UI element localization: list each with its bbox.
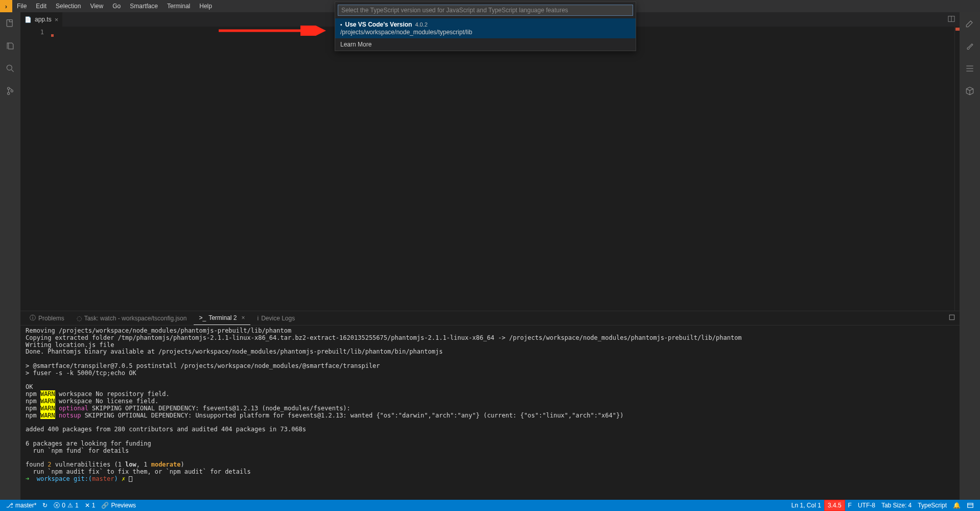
sb-branch[interactable]: ⎇ master*	[3, 500, 39, 511]
terminal-icon: >_	[199, 314, 206, 321]
sb-encoding[interactable]: UTF-8	[855, 500, 878, 511]
svg-point-4	[11, 90, 13, 92]
activity-bar-left	[0, 12, 20, 500]
sb-previews[interactable]: 🔗 Previews	[98, 500, 139, 511]
close-icon[interactable]: ×	[55, 16, 59, 24]
package-icon[interactable]	[964, 85, 976, 97]
qp-title: Use VS Code's Version	[345, 21, 412, 28]
overview-ruler[interactable]	[954, 27, 960, 311]
tab-actions	[947, 12, 960, 27]
ruler-error-mark	[955, 28, 960, 31]
qp-description: /projects/workspace/node_modules/typescr…	[340, 29, 631, 36]
tab-label: app.ts	[35, 16, 52, 23]
panel-tab-device-logs[interactable]: i Device Logs	[252, 311, 300, 325]
statusbar: ⎇ master* ↻ ⓧ0 ⚠1 ✕1 🔗 Previews Ln 1, Co…	[0, 500, 980, 511]
qp-version: 4.0.2	[415, 21, 427, 28]
edit-icon[interactable]	[964, 17, 976, 30]
panel-tab-label: Problems	[38, 315, 64, 322]
source-control-icon[interactable]	[4, 85, 16, 97]
qp-title: Learn More	[340, 41, 371, 48]
warn-badge: WARN	[40, 405, 55, 412]
error-icon: ⓧ	[54, 501, 60, 510]
sb-layout[interactable]	[964, 500, 977, 511]
panel-tab-label: Device Logs	[261, 315, 295, 322]
prompt-arrow-icon: ➜	[26, 475, 29, 482]
sb-bell[interactable]: 🔔	[950, 500, 964, 511]
sb-x-count[interactable]: ✕1	[82, 500, 99, 511]
brush-icon[interactable]	[964, 40, 976, 52]
body-area: 📄 app.ts × 1	[0, 12, 980, 500]
svg-rect-6	[949, 315, 954, 319]
menu-help[interactable]: Help	[195, 0, 217, 12]
menu-file[interactable]: File	[12, 0, 31, 12]
panel-tab-terminal[interactable]: >_ Terminal 2 ×	[194, 311, 250, 325]
main-column: 📄 app.ts × 1	[20, 12, 960, 500]
warning-icon: ⚠	[67, 502, 73, 509]
bell-icon: 🔔	[953, 502, 961, 509]
line-gutter: 1	[20, 27, 51, 311]
info-icon: ⓘ	[30, 314, 36, 322]
svg-rect-7	[968, 503, 973, 507]
task-spinner-icon: ◌	[77, 315, 82, 322]
menu-smartface[interactable]: Smartface	[125, 0, 162, 12]
panel-tab-task[interactable]: ◌ Task: watch - workspace/tsconfig.json	[72, 311, 192, 325]
svg-point-2	[8, 87, 10, 89]
svg-point-3	[8, 92, 10, 95]
bottom-panel: ⓘ Problems ◌ Task: watch - workspace/tsc…	[20, 311, 960, 500]
menu-go[interactable]: Go	[108, 0, 125, 12]
panel-tabs: ⓘ Problems ◌ Task: watch - workspace/tsc…	[20, 311, 960, 326]
quickpick-input[interactable]	[338, 5, 633, 16]
quickpick-item-learn-more[interactable]: Learn More	[335, 38, 636, 51]
menu-selection[interactable]: Selection	[51, 0, 85, 12]
line-number: 1	[20, 29, 44, 36]
x-icon: ✕	[85, 502, 90, 509]
pages-icon[interactable]	[4, 17, 16, 30]
menu-view[interactable]: View	[85, 0, 108, 12]
activity-bar-right	[960, 12, 980, 500]
panel-tab-problems[interactable]: ⓘ Problems	[25, 311, 69, 325]
menu-edit[interactable]: Edit	[31, 0, 51, 12]
close-icon[interactable]: ×	[241, 314, 245, 321]
warn-badge: WARN	[40, 390, 55, 398]
menu-terminal[interactable]: Terminal	[162, 0, 195, 12]
search-icon[interactable]	[4, 62, 16, 75]
files-icon[interactable]	[4, 40, 16, 52]
split-editor-icon[interactable]	[947, 15, 955, 25]
panel-tab-label: Task: watch - workspace/tsconfig.json	[84, 315, 187, 322]
sb-tab-size[interactable]: Tab Size: 4	[878, 500, 915, 511]
maximize-panel-icon[interactable]	[948, 314, 955, 322]
terminal-cursor	[129, 476, 132, 482]
app-logo-icon[interactable]: ›	[0, 0, 12, 12]
bullet-icon: •	[340, 22, 342, 28]
sb-language[interactable]: TypeScript	[915, 500, 950, 511]
editor-content[interactable]	[51, 27, 954, 311]
sb-f[interactable]: F	[845, 500, 855, 511]
error-squiggle-icon	[51, 34, 54, 37]
tab-app-ts[interactable]: 📄 app.ts ×	[20, 12, 63, 27]
panel-tab-label: Terminal 2	[208, 314, 237, 321]
file-icon: 📄	[25, 16, 32, 23]
quickpick-item-use-vscode-version[interactable]: • Use VS Code's Version 4.0.2 /projects/…	[335, 18, 636, 38]
sb-diagnostics[interactable]: ⓧ0 ⚠1	[51, 500, 81, 511]
warn-badge: WARN	[40, 412, 55, 419]
editor-area[interactable]: 1	[20, 27, 960, 311]
list-icon[interactable]	[964, 62, 976, 75]
sb-line-col[interactable]: Ln 1, Col 1	[788, 500, 824, 511]
warn-badge: WARN	[40, 398, 55, 405]
svg-point-1	[7, 65, 12, 70]
branch-icon: ⎇	[6, 502, 13, 509]
link-icon: 🔗	[101, 502, 109, 509]
sync-icon: ↻	[42, 502, 48, 509]
info-icon: i	[258, 315, 259, 322]
sb-sync[interactable]: ↻	[39, 500, 51, 511]
terminal-output[interactable]: Removing /projects/workspace/node_module…	[20, 326, 960, 500]
quickpick-dropdown: • Use VS Code's Version 4.0.2 /projects/…	[335, 2, 636, 51]
sb-ts-version[interactable]: 3.4.5	[824, 500, 845, 511]
